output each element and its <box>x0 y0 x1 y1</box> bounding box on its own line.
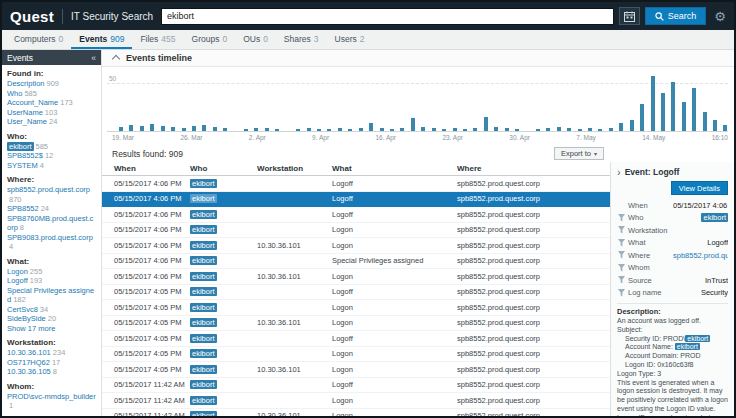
table-row[interactable]: 05/15/2017 4:05 PMekibort10.30.36.101Log… <box>102 362 610 378</box>
timeline-bar[interactable] <box>265 128 269 131</box>
table-row[interactable]: 05/15/2017 4:05 PMekibortLogoffspb8552.p… <box>102 285 610 301</box>
filter-item[interactable]: OS717HQ6217 <box>7 358 96 368</box>
timeline-bar[interactable] <box>223 128 227 131</box>
filter-item[interactable]: Logoff193 <box>7 276 96 286</box>
timeline-bar[interactable] <box>182 128 186 131</box>
table-row[interactable]: 05/15/2017 4:06 PMekibort10.30.36.101Log… <box>102 269 610 285</box>
timeline-bar[interactable] <box>578 129 582 131</box>
tab-shares[interactable]: Shares3 <box>276 30 327 49</box>
timeline-bar[interactable] <box>411 118 415 131</box>
timeline-bar[interactable] <box>692 88 696 131</box>
timeline-bar[interactable] <box>463 129 467 131</box>
filter-item[interactable]: Description909 <box>7 79 96 89</box>
timeline-bar[interactable] <box>400 128 404 131</box>
timeline-bar[interactable] <box>703 112 707 131</box>
timeline-bar[interactable] <box>171 127 175 131</box>
filter-item[interactable]: PROD\svc-mmdsp_builder1 <box>7 392 96 411</box>
filter-item[interactable]: CertSvc834 <box>7 305 96 315</box>
filter-item[interactable]: 10.30.36.1058 <box>7 367 96 377</box>
filter-funnel-icon[interactable] <box>617 251 625 259</box>
timeline-bar[interactable] <box>307 128 311 131</box>
timeline-bar[interactable] <box>651 76 655 131</box>
table-row[interactable]: 05/15/2017 4:05 PMekibortLogonspb8552.pr… <box>102 347 610 363</box>
timeline-bar[interactable] <box>536 129 540 131</box>
table-row[interactable]: 05/15/2017 11:42 AMekibort10.30.36.101Lo… <box>102 409 610 417</box>
gear-icon[interactable]: ⚙ <box>714 10 726 23</box>
timeline-bar[interactable] <box>713 120 717 131</box>
timeline-bar[interactable] <box>630 120 634 131</box>
filter-funnel-icon[interactable] <box>617 276 625 284</box>
tab-groups[interactable]: Groups0 <box>184 30 236 49</box>
timeline-bar[interactable] <box>682 102 686 131</box>
filter-item[interactable]: UserName103 <box>7 108 96 118</box>
timeline-bar[interactable] <box>161 126 165 131</box>
timeline-bar[interactable] <box>484 117 488 131</box>
table-row[interactable]: 05/15/2017 4:05 PMekibortLogoffspb8552.p… <box>102 331 610 347</box>
filter-item[interactable]: Who585 <box>7 89 96 99</box>
table-row[interactable]: 05/15/2017 4:06 PMekibortSpecial Privile… <box>102 254 610 270</box>
column-header-what[interactable]: What <box>332 164 457 173</box>
filter-item[interactable]: User_Name24 <box>7 117 96 127</box>
timeline-bar[interactable] <box>723 125 727 131</box>
table-row[interactable]: 05/15/2017 4:06 PMekibortLogonspb8552.pr… <box>102 223 610 239</box>
collapse-timeline-icon[interactable] <box>112 54 120 62</box>
timeline-bar[interactable] <box>369 123 373 131</box>
timeline-bar[interactable] <box>296 129 300 131</box>
column-header-when[interactable]: When <box>102 164 190 173</box>
tab-files[interactable]: Files455 <box>132 30 183 49</box>
timeline-bar[interactable] <box>609 128 613 131</box>
tab-ous[interactable]: OUs0 <box>235 30 276 49</box>
timeline-bar[interactable] <box>505 128 509 131</box>
table-row[interactable]: 05/15/2017 4:06 PMekibortLogoffspb8552.p… <box>102 192 610 208</box>
timeline-bar[interactable] <box>140 126 144 131</box>
export-button[interactable]: Export to <box>554 147 604 160</box>
column-header-workstation[interactable]: Workstation <box>257 164 332 173</box>
timeline-bar[interactable] <box>442 129 446 131</box>
table-row[interactable]: 05/15/2017 4:06 PMekibortLogoffspb8552.p… <box>102 207 610 223</box>
timeline-bar[interactable] <box>338 128 342 131</box>
timeline-bar[interactable] <box>588 128 592 131</box>
tab-events[interactable]: Events909 <box>71 30 132 49</box>
timeline-bar[interactable] <box>359 128 363 131</box>
collapse-sidebar-icon[interactable] <box>91 53 96 63</box>
timeline-bar[interactable] <box>317 129 321 131</box>
timeline-bar[interactable] <box>432 128 436 131</box>
filter-item[interactable]: Logon255 <box>7 267 96 277</box>
timeline-bar[interactable] <box>546 128 550 131</box>
search-button[interactable]: Search <box>645 7 707 25</box>
filter-item[interactable]: SPB855224 <box>7 204 96 214</box>
table-row[interactable]: 05/15/2017 4:06 PMekibort10.30.36.101Log… <box>102 238 610 254</box>
table-row[interactable]: 05/15/2017 4:05 PMekibortLogonspb8552.pr… <box>102 300 610 316</box>
timeline-bar[interactable] <box>473 128 477 131</box>
timeline-bar[interactable] <box>327 129 331 131</box>
timeline-bar[interactable] <box>557 127 561 131</box>
timeline-bar[interactable] <box>567 128 571 131</box>
filter-item[interactable]: Account_Name173 <box>7 98 96 108</box>
table-row[interactable]: 05/15/2017 11:42 AMekibortLogonspb8552.p… <box>102 393 610 409</box>
show-more-link[interactable]: Show 17 more <box>7 324 96 334</box>
collapse-details-icon[interactable] <box>617 166 621 178</box>
table-row[interactable]: 05/15/2017 4:06 PMekibortLogoffspb8552.p… <box>102 176 610 192</box>
search-input[interactable] <box>161 8 614 25</box>
timeline-bar[interactable] <box>390 129 394 131</box>
timeline-bar[interactable] <box>494 127 498 131</box>
filter-funnel-icon[interactable] <box>617 289 625 297</box>
filter-funnel-icon[interactable] <box>617 226 625 234</box>
filter-item[interactable]: spb8552.prod.quest.corp870 <box>7 185 96 204</box>
timeline-bar[interactable] <box>515 129 519 131</box>
filter-item[interactable]: SYSTEM4 <box>7 161 96 171</box>
timeline-bar[interactable] <box>129 125 133 131</box>
timeline-bar[interactable] <box>640 104 644 131</box>
timeline-bar[interactable] <box>421 127 425 131</box>
timeline-bar[interactable] <box>244 129 248 131</box>
timeline-bar[interactable] <box>213 127 217 131</box>
table-row[interactable]: 05/15/2017 4:05 PMekibort10.30.36.101Log… <box>102 316 610 332</box>
table-row[interactable]: 05/15/2017 11:42 AMekibortLogoffspb8552.… <box>102 378 610 394</box>
timeline-bar[interactable] <box>598 129 602 131</box>
calendar-button[interactable] <box>619 7 640 25</box>
filter-funnel-icon[interactable] <box>617 214 625 222</box>
timeline-bar[interactable] <box>150 124 154 131</box>
timeline-bar[interactable] <box>254 128 258 131</box>
timeline-chart[interactable]: 50 <box>107 72 728 132</box>
timeline-bar[interactable] <box>192 126 196 131</box>
